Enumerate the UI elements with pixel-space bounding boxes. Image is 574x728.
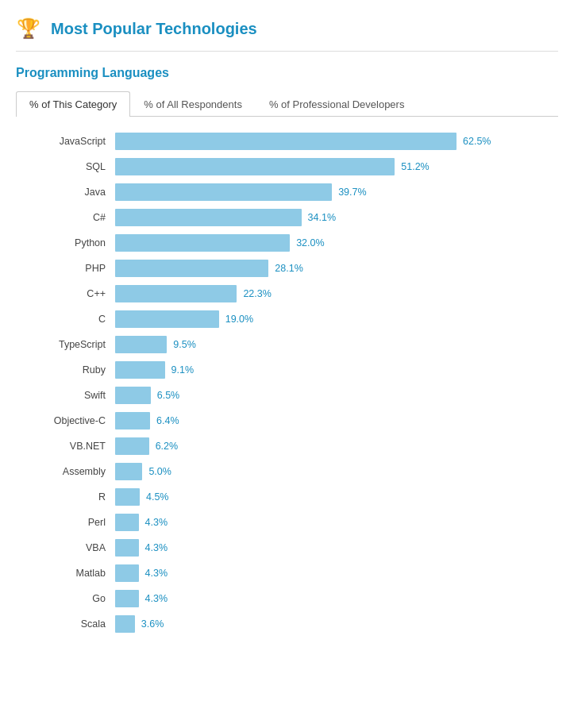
bar-value-label: 3.6% xyxy=(141,618,164,630)
bar-row: Perl4.3% xyxy=(24,514,558,531)
bar-label: Swift xyxy=(24,390,115,401)
bar-label: JavaScript xyxy=(24,136,115,147)
bar-row: R4.5% xyxy=(24,488,558,506)
bar-value-label: 22.3% xyxy=(243,288,271,299)
bar-value-label: 4.3% xyxy=(145,593,168,604)
bar-fill xyxy=(115,234,290,252)
bar-fill xyxy=(115,260,268,277)
bar-fill xyxy=(115,539,139,557)
bar-fill xyxy=(115,488,140,506)
bar-fill xyxy=(115,564,139,582)
bar-value-label: 6.2% xyxy=(156,441,179,452)
bar-label: Assembly xyxy=(24,466,115,477)
bar-wrap: 9.1% xyxy=(115,361,558,379)
bar-row: C#34.1% xyxy=(24,209,558,226)
bar-label: VB.NET xyxy=(24,441,115,452)
tab-this-category[interactable]: % of This Category xyxy=(16,91,130,117)
bar-wrap: 4.3% xyxy=(115,590,558,607)
bar-value-label: 62.5% xyxy=(463,136,491,147)
bar-row: C++22.3% xyxy=(24,285,558,302)
bar-value-label: 9.1% xyxy=(171,364,195,376)
bar-fill xyxy=(115,514,139,531)
bar-row: Java39.7% xyxy=(24,183,558,201)
bar-value-label: 34.1% xyxy=(308,212,336,223)
page-title: Most Popular Technologies xyxy=(51,20,257,38)
bar-value-label: 6.4% xyxy=(156,415,179,426)
bar-row: VB.NET6.2% xyxy=(24,437,558,455)
bar-fill xyxy=(115,361,165,379)
bar-row: Assembly5.0% xyxy=(24,463,558,480)
bar-wrap: 32.0% xyxy=(115,234,558,252)
bar-wrap: 39.7% xyxy=(115,183,558,201)
bar-fill xyxy=(115,387,151,404)
bar-wrap: 3.6% xyxy=(115,615,558,633)
trophy-icon: 🏆 xyxy=(16,16,41,41)
bar-wrap: 28.1% xyxy=(115,260,558,277)
bar-label: SQL xyxy=(24,161,115,172)
bar-value-label: 19.0% xyxy=(225,314,253,325)
bar-row: Python32.0% xyxy=(24,234,558,252)
bar-row: Ruby9.1% xyxy=(24,361,558,379)
bar-value-label: 5.0% xyxy=(148,466,171,477)
bar-label: C# xyxy=(24,212,115,223)
bar-fill xyxy=(115,209,302,226)
bar-value-label: 6.5% xyxy=(157,390,180,401)
bar-fill xyxy=(115,285,237,302)
bar-wrap: 4.3% xyxy=(115,539,558,557)
bar-fill xyxy=(115,412,150,429)
bar-label: R xyxy=(24,491,115,503)
bar-label: Scala xyxy=(24,618,115,630)
bar-value-label: 9.5% xyxy=(173,339,196,350)
bar-label: VBA xyxy=(24,542,115,553)
bar-wrap: 9.5% xyxy=(115,336,558,353)
bar-fill xyxy=(115,615,135,633)
bar-row: PHP28.1% xyxy=(24,260,558,277)
bar-fill xyxy=(115,437,149,455)
bar-wrap: 51.2% xyxy=(115,158,558,175)
bar-row: Swift6.5% xyxy=(24,387,558,404)
bar-label: Matlab xyxy=(24,568,115,579)
bar-value-label: 4.5% xyxy=(146,491,169,503)
bar-label: Java xyxy=(24,187,115,198)
bar-row: SQL51.2% xyxy=(24,158,558,175)
bar-wrap: 62.5% xyxy=(115,133,558,150)
bar-row: Go4.3% xyxy=(24,590,558,607)
bar-fill xyxy=(115,590,139,607)
bar-row: Objective-C6.4% xyxy=(24,412,558,429)
bar-value-label: 4.3% xyxy=(145,517,168,528)
tab-bar: % of This Category % of All Respondents … xyxy=(16,91,558,117)
tab-all-respondents[interactable]: % of All Respondents xyxy=(130,91,256,117)
bar-label: Objective-C xyxy=(24,415,115,426)
bar-label: TypeScript xyxy=(24,339,115,350)
bar-row: TypeScript9.5% xyxy=(24,336,558,353)
bar-row: C19.0% xyxy=(24,310,558,328)
bar-row: JavaScript62.5% xyxy=(24,133,558,150)
bar-row: VBA4.3% xyxy=(24,539,558,557)
bar-fill xyxy=(115,336,167,353)
bar-fill xyxy=(115,463,142,480)
bar-value-label: 51.2% xyxy=(401,161,429,172)
bar-wrap: 34.1% xyxy=(115,209,558,226)
bar-label: Python xyxy=(24,237,115,248)
bar-wrap: 5.0% xyxy=(115,463,558,480)
bar-value-label: 32.0% xyxy=(296,237,324,248)
bar-fill xyxy=(115,310,219,328)
bar-wrap: 4.3% xyxy=(115,564,558,582)
bar-fill xyxy=(115,183,332,201)
section-title: Programming Languages xyxy=(16,66,558,80)
bar-wrap: 6.4% xyxy=(115,412,558,429)
bar-wrap: 4.3% xyxy=(115,514,558,531)
bar-wrap: 22.3% xyxy=(115,285,558,302)
bar-label: C++ xyxy=(24,288,115,299)
bar-chart: JavaScript62.5%SQL51.2%Java39.7%C#34.1%P… xyxy=(16,133,558,633)
bar-wrap: 19.0% xyxy=(115,310,558,328)
page-header: 🏆 Most Popular Technologies xyxy=(16,16,558,52)
bar-value-label: 39.7% xyxy=(338,187,366,198)
bar-fill xyxy=(115,158,395,175)
bar-value-label: 4.3% xyxy=(145,542,168,553)
bar-wrap: 6.5% xyxy=(115,387,558,404)
bar-row: Matlab4.3% xyxy=(24,564,558,582)
bar-label: Perl xyxy=(24,517,115,528)
bar-label: C xyxy=(24,314,115,325)
tab-professional-developers[interactable]: % of Professional Developers xyxy=(256,91,418,117)
